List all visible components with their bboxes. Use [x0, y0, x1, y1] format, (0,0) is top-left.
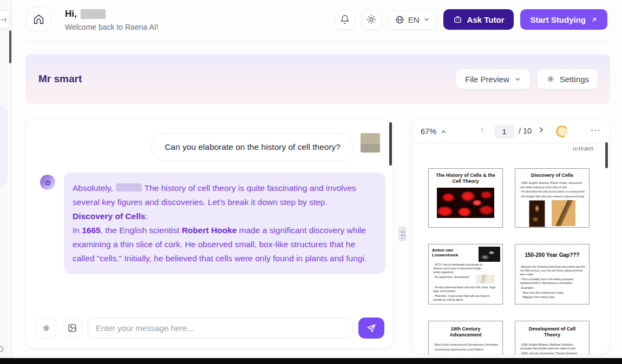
ai-text: Absolutely,: [73, 183, 113, 193]
slide-thumbnail-1: The History of Cells & the Cell Theory: [428, 168, 503, 228]
file-preview-label: File Preview: [465, 75, 509, 84]
slide-title: 19th Century Advancement: [429, 321, 502, 338]
slide-bullet: Conclusively disproved by Louis Pasteur: [433, 348, 499, 352]
slide-bullets: 1838- English Botanist, Matthias Schleid…: [515, 338, 589, 355]
app-screen: ⊣ Hi, Welcome back to Raena AI!: [0, 0, 622, 364]
gear-icon: [42, 323, 51, 333]
robot-icon: [44, 179, 51, 186]
zoom-level: 67%: [421, 127, 436, 136]
sun-icon: [366, 15, 376, 24]
message-input[interactable]: [88, 317, 353, 339]
slide-bullet: Much doubt existed around Spontaneous Ge…: [433, 343, 499, 347]
language-label: EN: [408, 15, 420, 24]
slide-bullet: 1839- German physiologist, Theodor Schwa…: [520, 352, 586, 355]
sidebar-bottom-icon: [0, 346, 3, 352]
sidebar-collapse-button[interactable]: ⊣: [0, 10, 10, 30]
zoom-control[interactable]: 67%: [421, 120, 447, 143]
ai-message-bubble: Absolutely,The history of cell theory is…: [64, 173, 385, 274]
start-studying-label: Start Studying: [530, 15, 586, 24]
tutor-chat-icon: [453, 15, 462, 24]
ai-bold-text: 1665: [82, 226, 100, 235]
panel-resize-handle[interactable]: [398, 227, 407, 241]
ai-paragraph-1: Absolutely,The history of cell theory is…: [73, 181, 377, 209]
slide-thumbnail-4: 150-200 Year Gap??? Between the Hooke/Le…: [515, 244, 590, 305]
ai-heading: Discovery of Cells:: [73, 209, 377, 223]
settings-button[interactable]: Settings: [537, 69, 598, 89]
greeting-row: Hi,: [65, 9, 106, 19]
pond-scum-image: [479, 247, 500, 262]
header-actions: EN Ask Tutor Start Studying: [335, 9, 607, 30]
globe-icon: [395, 15, 404, 24]
ai-paragraph-2: In 1665, the English scientist Robert Ho…: [73, 223, 377, 266]
sidebar-divider: [0, 28, 12, 29]
user-avatar: [361, 133, 380, 153]
slide-bullet: He also observed blood cells from fish, …: [433, 286, 499, 294]
pdf-preview-panel: 67% / 10 ... 11/15/2015 The History of C…: [411, 119, 610, 355]
ai-text: , the English scientist: [101, 226, 182, 235]
ai-bold-text: Robert Hooke: [182, 226, 237, 235]
loading-spinner-icon: [555, 124, 569, 139]
file-preview-button[interactable]: File Preview: [456, 69, 531, 89]
blood-cells-image: [437, 188, 494, 218]
notifications-button[interactable]: [335, 10, 355, 30]
attach-image-button[interactable]: [62, 318, 82, 339]
slide-bullet: Therefore, it was known that cells are f…: [433, 294, 499, 302]
session-banner: Mr smart File Preview Settings: [25, 54, 610, 104]
microscope-image: [552, 200, 575, 226]
animalcules-image: [476, 275, 495, 283]
home-icon: [33, 14, 44, 25]
slide-thumbnail-3: Anton van Leuwenhoek 1673- Used a handma…: [428, 244, 503, 305]
chat-panel: Can you elaborate on the history of cell…: [25, 119, 394, 349]
image-icon: [68, 323, 77, 333]
theme-toggle-button[interactable]: [362, 10, 382, 30]
slide-thumbnail-2: Discovery of Cells 1665- English Scienti…: [515, 168, 590, 228]
chevron-down-icon: [514, 76, 521, 83]
cork-cells-image: [529, 200, 545, 227]
header-divider: [25, 41, 610, 41]
sidebar-scrollbar[interactable]: [9, 30, 11, 63]
pdf-scrollbar[interactable]: [605, 142, 608, 168]
send-button[interactable]: [358, 317, 384, 339]
chevron-down-icon: [423, 16, 430, 23]
page-number-input[interactable]: [494, 125, 514, 138]
slide-thumbnail-5: 19th Century Advancement Much doubt exis…: [428, 321, 503, 355]
slide-bullet: This is probably due to the widely accep…: [520, 277, 586, 286]
slide-bullet: 1665- English Scientist, Robert Hooke, d…: [520, 181, 586, 189]
more-options-button[interactable]: ...: [591, 123, 601, 134]
welcome-text: Welcome back to Raena AI!: [65, 23, 159, 31]
grip-dots-icon: [401, 230, 405, 239]
redacted-username: [81, 9, 106, 19]
redacted-name-inline: [116, 183, 142, 191]
next-page-button[interactable]: [537, 125, 546, 134]
start-studying-button[interactable]: Start Studying: [520, 9, 607, 30]
message-input-bar: [36, 317, 384, 339]
chat-settings-button[interactable]: [36, 318, 56, 339]
slide-title: Development of Cell Theory: [515, 321, 589, 338]
home-button[interactable]: [27, 7, 51, 31]
slide-bullets: Much doubt existed around Spontaneous Ge…: [429, 338, 502, 352]
slide-date: 11/15/2015: [573, 146, 593, 151]
bottom-black-bar: [0, 358, 622, 364]
sidebar-item-partial[interactable]: [0, 107, 7, 186]
total-pages-label: / 10: [519, 127, 532, 135]
collapse-icon: ⊣: [1, 16, 6, 24]
slide-bullet: He thought that cells only existed in pl…: [520, 195, 586, 198]
settings-label: Settings: [560, 75, 589, 84]
ask-tutor-button[interactable]: Ask Tutor: [443, 9, 514, 30]
slide-bullet: He described the cells as tiny boxes or …: [520, 190, 586, 194]
bell-icon: [340, 15, 350, 24]
previous-page-button[interactable]: [478, 125, 487, 134]
chevron-up-icon: [440, 128, 447, 135]
ask-tutor-label: Ask Tutor: [467, 15, 505, 24]
slide-images: [515, 200, 589, 227]
chat-scrollbar[interactable]: [389, 122, 392, 166]
slide-bullet: 1838- English Botanist, Matthias Schleid…: [520, 343, 586, 351]
slide-bullet: Examples:: [520, 286, 586, 290]
ai-bold-text: Discovery of Cells: [73, 211, 145, 221]
slide-bullet: -Mice from dirty clothes/corn husks: [520, 291, 586, 295]
slide-bullets: Between the Hooke/Leuwenhoek discoveries…: [515, 259, 589, 300]
language-selector[interactable]: EN: [388, 10, 437, 30]
banner-actions: File Preview Settings: [456, 69, 598, 89]
slide-title: 150-200 Year Gap???: [515, 244, 589, 259]
ai-text: In: [73, 226, 82, 235]
